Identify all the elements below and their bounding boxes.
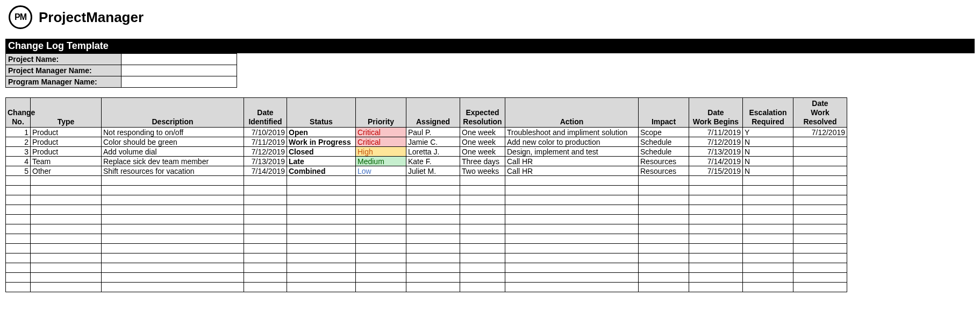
empty-cell[interactable] bbox=[639, 224, 689, 234]
empty-cell[interactable] bbox=[244, 176, 287, 186]
cell-date-identified[interactable]: 7/11/2019 bbox=[244, 137, 287, 147]
cell-change-no[interactable]: 4 bbox=[6, 157, 31, 166]
empty-cell[interactable] bbox=[6, 234, 31, 244]
empty-cell[interactable] bbox=[102, 253, 244, 263]
empty-cell[interactable] bbox=[102, 195, 244, 205]
empty-cell[interactable] bbox=[689, 195, 743, 205]
empty-cell[interactable] bbox=[639, 195, 689, 205]
cell-status[interactable]: Closed bbox=[287, 147, 356, 157]
empty-cell[interactable] bbox=[743, 186, 793, 195]
cell-type[interactable]: Product bbox=[31, 128, 102, 137]
meta-project-name-value[interactable] bbox=[121, 54, 237, 65]
cell-description[interactable]: Add volume dial bbox=[102, 147, 244, 157]
cell-action[interactable]: Troubleshoot and impliment solution bbox=[505, 128, 639, 137]
empty-cell[interactable] bbox=[102, 273, 244, 283]
empty-cell[interactable] bbox=[639, 234, 689, 244]
cell-type[interactable]: Product bbox=[31, 137, 102, 147]
empty-cell[interactable] bbox=[356, 224, 406, 234]
cell-escalation[interactable]: N bbox=[743, 166, 793, 176]
empty-cell[interactable] bbox=[6, 205, 31, 215]
cell-priority[interactable]: Low bbox=[356, 166, 406, 176]
empty-cell[interactable] bbox=[244, 273, 287, 283]
cell-status[interactable]: Combined bbox=[287, 166, 356, 176]
empty-cell[interactable] bbox=[406, 176, 460, 186]
empty-cell[interactable] bbox=[356, 176, 406, 186]
empty-cell[interactable] bbox=[793, 176, 847, 186]
empty-cell[interactable] bbox=[356, 205, 406, 215]
cell-description[interactable]: Replace sick dev team member bbox=[102, 157, 244, 166]
cell-description[interactable]: Not responding to on/off bbox=[102, 128, 244, 137]
empty-cell[interactable] bbox=[743, 263, 793, 273]
empty-cell[interactable] bbox=[31, 186, 102, 195]
empty-cell[interactable] bbox=[406, 215, 460, 224]
empty-cell[interactable] bbox=[793, 244, 847, 253]
empty-cell[interactable] bbox=[460, 186, 505, 195]
cell-assigned[interactable]: Kate F. bbox=[406, 157, 460, 166]
empty-cell[interactable] bbox=[244, 186, 287, 195]
empty-cell[interactable] bbox=[793, 234, 847, 244]
empty-cell[interactable] bbox=[639, 205, 689, 215]
empty-cell[interactable] bbox=[102, 215, 244, 224]
empty-cell[interactable] bbox=[406, 224, 460, 234]
cell-date-work-resolved[interactable] bbox=[793, 166, 847, 176]
empty-cell[interactable] bbox=[31, 195, 102, 205]
empty-cell[interactable] bbox=[505, 224, 639, 234]
empty-cell[interactable] bbox=[31, 263, 102, 273]
empty-cell[interactable] bbox=[287, 186, 356, 195]
cell-priority[interactable]: High bbox=[356, 147, 406, 157]
empty-cell[interactable] bbox=[689, 176, 743, 186]
empty-cell[interactable] bbox=[244, 234, 287, 244]
cell-date-identified[interactable]: 7/13/2019 bbox=[244, 157, 287, 166]
cell-type[interactable]: Product bbox=[31, 147, 102, 157]
cell-change-no[interactable]: 3 bbox=[6, 147, 31, 157]
empty-cell[interactable] bbox=[460, 224, 505, 234]
cell-escalation[interactable]: N bbox=[743, 147, 793, 157]
cell-assigned[interactable]: Jamie C. bbox=[406, 137, 460, 147]
cell-expected-resolution[interactable]: Two weeks bbox=[460, 166, 505, 176]
empty-cell[interactable] bbox=[689, 215, 743, 224]
empty-cell[interactable] bbox=[356, 263, 406, 273]
empty-cell[interactable] bbox=[689, 244, 743, 253]
empty-cell[interactable] bbox=[6, 176, 31, 186]
empty-cell[interactable] bbox=[356, 273, 406, 283]
empty-cell[interactable] bbox=[356, 283, 406, 292]
empty-cell[interactable] bbox=[689, 224, 743, 234]
cell-priority[interactable]: Critical bbox=[356, 137, 406, 147]
empty-cell[interactable] bbox=[244, 195, 287, 205]
empty-cell[interactable] bbox=[639, 263, 689, 273]
empty-cell[interactable] bbox=[689, 205, 743, 215]
empty-cell[interactable] bbox=[460, 215, 505, 224]
empty-cell[interactable] bbox=[743, 205, 793, 215]
empty-cell[interactable] bbox=[793, 195, 847, 205]
cell-change-no[interactable]: 1 bbox=[6, 128, 31, 137]
empty-cell[interactable] bbox=[6, 224, 31, 234]
empty-cell[interactable] bbox=[639, 215, 689, 224]
cell-change-no[interactable]: 5 bbox=[6, 166, 31, 176]
empty-cell[interactable] bbox=[505, 186, 639, 195]
cell-priority[interactable]: Critical bbox=[356, 128, 406, 137]
cell-date-work-resolved[interactable] bbox=[793, 147, 847, 157]
cell-change-no[interactable]: 2 bbox=[6, 137, 31, 147]
empty-cell[interactable] bbox=[356, 215, 406, 224]
empty-cell[interactable] bbox=[287, 224, 356, 234]
empty-cell[interactable] bbox=[505, 273, 639, 283]
empty-cell[interactable] bbox=[406, 273, 460, 283]
meta-program-manager-value[interactable] bbox=[121, 76, 237, 88]
empty-cell[interactable] bbox=[406, 244, 460, 253]
empty-cell[interactable] bbox=[6, 244, 31, 253]
empty-cell[interactable] bbox=[406, 283, 460, 292]
empty-cell[interactable] bbox=[356, 244, 406, 253]
empty-cell[interactable] bbox=[505, 215, 639, 224]
empty-cell[interactable] bbox=[287, 205, 356, 215]
empty-cell[interactable] bbox=[793, 205, 847, 215]
empty-cell[interactable] bbox=[460, 234, 505, 244]
empty-cell[interactable] bbox=[793, 263, 847, 273]
cell-type[interactable]: Other bbox=[31, 166, 102, 176]
empty-cell[interactable] bbox=[793, 253, 847, 263]
cell-date-work-resolved[interactable] bbox=[793, 137, 847, 147]
empty-cell[interactable] bbox=[639, 244, 689, 253]
cell-escalation[interactable]: N bbox=[743, 137, 793, 147]
cell-escalation[interactable]: Y bbox=[743, 128, 793, 137]
empty-cell[interactable] bbox=[287, 244, 356, 253]
empty-cell[interactable] bbox=[102, 205, 244, 215]
